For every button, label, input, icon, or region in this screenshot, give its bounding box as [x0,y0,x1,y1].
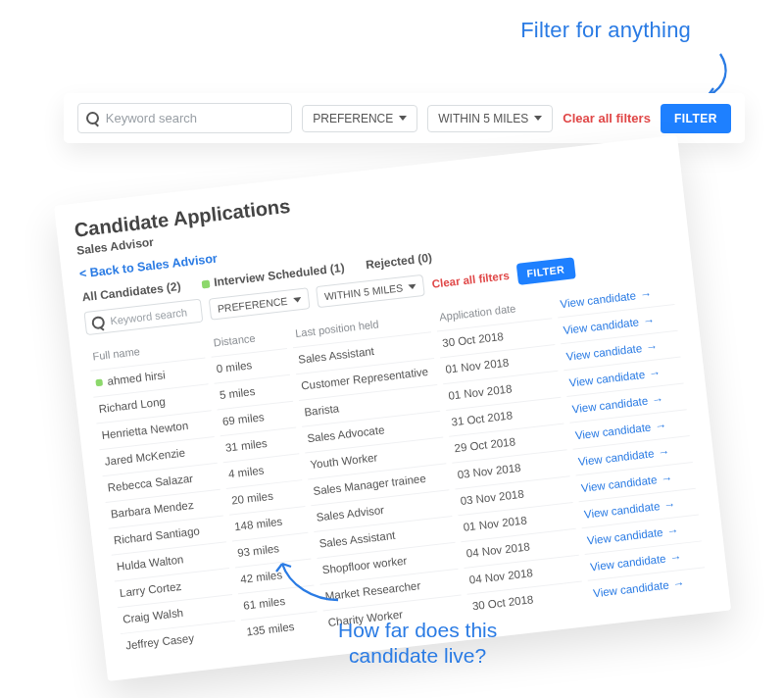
annotation-bottom-l2: candidate live? [349,644,486,667]
view-candidate-label: View candidate [593,578,670,599]
card-preference-dropdown[interactable]: PREFERENCE [209,287,311,320]
arrow-right-icon: → [639,287,653,302]
status-dot-icon [95,379,103,387]
filter-bar: PREFERENCE WITHIN 5 MILES Clear all filt… [64,93,745,143]
distance-label: WITHIN 5 MILES [438,112,528,125]
view-candidate-label: View candidate [583,500,661,521]
card-search-wrapper[interactable] [83,299,203,335]
keyword-search-input[interactable] [104,110,283,126]
view-candidate-label: View candidate [568,369,646,389]
annotation-filter-hint: Filter for anything [520,18,691,43]
card-distance-dropdown[interactable]: WITHIN 5 MILES [316,274,425,308]
filter-button[interactable]: FILTER [661,104,731,133]
search-icon [86,112,98,125]
view-candidate-label: View candidate [565,342,643,363]
view-candidate-label: View candidate [571,395,649,416]
arrow-right-icon: → [657,445,670,460]
arrow-right-icon: → [672,576,686,591]
arrow-right-icon: → [663,497,677,512]
arrow-right-icon: → [666,524,680,538]
view-candidate-label: View candidate [590,553,667,573]
distance-label: WITHIN 5 MILES [323,281,403,302]
arrow-right-icon: → [648,366,662,380]
preference-label: PREFERENCE [313,112,393,125]
applications-card: Candidate Applications Sales Advisor < B… [54,135,731,681]
view-candidate-header-label: View candidate [560,289,637,310]
view-candidate-label: View candidate [574,422,652,442]
arrow-right-icon: → [642,313,656,327]
search-input-wrapper[interactable] [77,103,292,133]
status-dot-icon [202,279,211,288]
view-candidate-label: View candidate [580,474,658,494]
card-clear-filters-link[interactable]: Clear all filters [431,270,510,290]
chevron-down-icon [534,116,542,121]
distance-dropdown[interactable]: WITHIN 5 MILES [427,105,553,132]
tab-all-candidates[interactable]: All Candidates (2) [81,279,181,304]
arrow-right-icon: → [661,471,674,485]
candidates-table: Full name Distance Last position held Ap… [87,278,711,660]
view-candidate-label: View candidate [586,526,663,547]
card-filter-button[interactable]: FILTER [515,257,575,285]
view-candidate-label: View candidate [563,316,640,336]
chevron-down-icon [293,297,302,303]
arrow-right-icon: → [645,339,659,354]
chevron-down-icon [399,116,407,121]
arrow-right-icon: → [651,392,664,407]
chevron-down-icon [409,283,417,289]
preference-label: PREFERENCE [217,295,288,315]
search-icon [91,316,103,329]
card-keyword-search-input[interactable] [108,304,196,327]
view-candidate-label: View candidate [577,447,655,468]
arrow-right-icon: → [654,419,667,433]
clear-filters-link[interactable]: Clear all filters [563,111,651,125]
tab-rejected[interactable]: Rejected (0) [365,251,432,273]
preference-dropdown[interactable]: PREFERENCE [302,105,417,132]
arrow-right-icon: → [669,550,683,565]
annotation-bottom-l1: How far does this [338,619,497,641]
annotation-distance-hint: How far does this candidate live? [338,618,497,670]
